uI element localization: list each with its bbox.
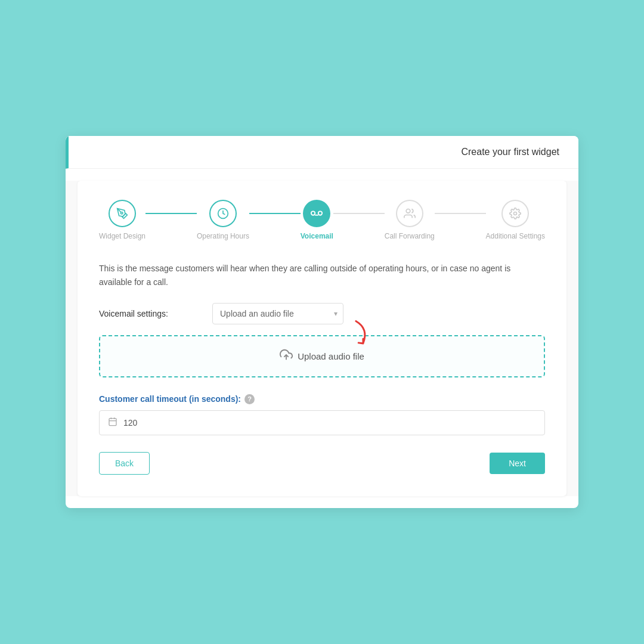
- timeout-section: Customer call timeout (in seconds): ?: [99, 394, 545, 435]
- step-circle-call-forwarding: [396, 200, 423, 227]
- step-operating-hours: Operating Hours: [197, 200, 249, 240]
- footer-buttons: Back Next: [99, 452, 545, 475]
- step-label-operating-hours: Operating Hours: [197, 232, 249, 240]
- users-icon: [404, 208, 416, 219]
- wizard-card: Create your first widget Widget Design: [66, 136, 578, 508]
- back-button[interactable]: Back: [99, 452, 150, 475]
- connector-1: [145, 213, 197, 214]
- calendar-icon: [108, 417, 117, 429]
- voicemail-settings-label: Voicemail settings:: [99, 309, 212, 318]
- cloud-upload-icon: [280, 348, 293, 361]
- step-voicemail: Voicemail: [301, 200, 333, 240]
- step-circle-operating-hours: [209, 200, 237, 227]
- svg-rect-8: [109, 419, 116, 426]
- step-label-widget-design: Widget Design: [99, 232, 145, 240]
- description-text: This is the message customers will hear …: [99, 262, 545, 289]
- voicemail-icon: [310, 207, 323, 220]
- step-circle-voicemail: [303, 200, 330, 227]
- help-icon[interactable]: ?: [244, 394, 255, 404]
- clock-icon: [217, 208, 229, 219]
- stepper: Widget Design Operating Hours: [99, 200, 545, 240]
- step-circle-widget-design: [109, 200, 136, 227]
- upload-icon: [280, 348, 293, 364]
- paint-icon: [116, 208, 128, 219]
- svg-point-5: [406, 209, 410, 213]
- upload-box[interactable]: Upload audio file: [99, 335, 545, 377]
- step-additional-settings: Additional Settings: [486, 200, 545, 240]
- page-title: Create your first widget: [461, 147, 559, 157]
- timeout-label: Customer call timeout (in seconds): ?: [99, 394, 545, 404]
- inner-card: Widget Design Operating Hours: [78, 181, 566, 496]
- voicemail-settings-row: Voicemail settings: Upload an audio file…: [99, 303, 545, 324]
- connector-2: [249, 213, 301, 214]
- svg-point-3: [318, 211, 322, 215]
- voicemail-select[interactable]: Upload an audio file Text to speech No v…: [212, 303, 343, 324]
- svg-point-6: [514, 212, 517, 215]
- connector-4: [435, 213, 486, 214]
- upload-audio-button[interactable]: Upload audio file: [100, 336, 544, 376]
- step-label-call-forwarding: Call Forwarding: [385, 232, 435, 240]
- card-header: Create your first widget: [66, 136, 578, 169]
- next-button[interactable]: Next: [490, 453, 545, 474]
- svg-point-0: [121, 212, 123, 214]
- svg-point-2: [311, 211, 315, 215]
- step-label-additional-settings: Additional Settings: [486, 232, 545, 240]
- step-circle-additional-settings: [501, 200, 529, 227]
- step-call-forwarding: Call Forwarding: [385, 200, 435, 240]
- timer-icon: [108, 417, 117, 426]
- connector-3: [333, 213, 385, 214]
- gear-icon: [509, 208, 521, 219]
- timeout-input-wrapper: [99, 410, 545, 435]
- step-label-voicemail: Voicemail: [301, 232, 333, 240]
- step-widget-design: Widget Design: [99, 200, 145, 240]
- voicemail-select-wrapper: Upload an audio file Text to speech No v…: [212, 303, 343, 324]
- card-body: Widget Design Operating Hours: [66, 181, 578, 496]
- timeout-input[interactable]: [123, 418, 536, 428]
